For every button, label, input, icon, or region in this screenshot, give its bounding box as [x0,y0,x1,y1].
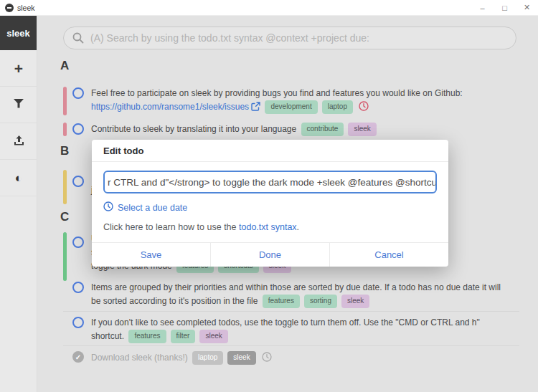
plus-icon: + [14,61,23,76]
search-icon [72,32,84,44]
todo-text: Feel free to participate on sleek by pro… [91,87,509,115]
todo-checkbox[interactable] [72,317,84,328]
tag-badge[interactable]: sleek [227,351,255,365]
todo-text: Contribute to sleek by translating it in… [91,123,509,136]
external-link-icon[interactable] [251,103,260,113]
edit-todo-modal: Edit todo r CTRL and d"</strong> to togg… [92,140,448,267]
tag-badge[interactable]: sleek [348,123,376,136]
todo-text: If you don't like to see completed todos… [91,316,509,343]
select-due-date-link[interactable]: Select a due date [103,201,187,214]
todo-input-value: r CTRL and d"</strong> to toggle the dar… [108,177,437,188]
priority-stripe-a [63,123,67,136]
close-button[interactable]: ✕ [516,0,538,16]
todo-item[interactable]: Contribute to sleek by translating it in… [63,123,509,136]
tag-badge[interactable]: features [128,330,166,343]
open-file-button[interactable] [0,123,37,160]
filter-button[interactable] [0,87,37,123]
todo-link[interactable]: https://github.com/ransome1/sleek/issues [91,102,249,112]
todo-item[interactable]: Items are grouped by their priorities an… [63,281,509,308]
row-divider [63,345,519,346]
priority-stripe-b [63,170,67,204]
search-bar [63,27,516,49]
titlebar: sleek – □ ✕ [0,0,538,16]
row-divider [63,311,519,312]
modal-footer: Save Done Cancel [92,242,448,267]
priority-group-label-c: C [60,210,69,224]
todo-item-completed[interactable]: ✓ Download sleek (thanks!) laptopsleek [63,351,509,366]
todo-item[interactable]: If you don't like to see completed todos… [63,316,509,343]
select-due-date-label: Select a due date [118,203,187,213]
search-input[interactable] [90,32,507,44]
sidebar-brand: sleek [0,16,37,50]
tag-badge[interactable]: sorting [304,295,337,308]
tag-badge[interactable]: contribute [301,123,344,136]
todo-text: Download sleek (thanks!) laptopsleek [91,351,509,366]
priority-group-label-a: A [60,59,69,73]
modal-title: Edit todo [92,140,448,162]
help-text: Click here to learn how to use the todo.… [103,222,437,232]
todo-input[interactable]: r CTRL and d"</strong> to toggle the dar… [103,171,437,193]
filter-funnel-icon [14,99,24,110]
todo-checkbox[interactable] [72,176,84,187]
add-todo-button[interactable]: + [0,50,37,87]
todo-text: Items are grouped by their priorities an… [91,281,509,308]
priority-stripe-a [63,87,67,115]
window-title: sleek [17,4,35,12]
due-alert-clock-icon [359,103,369,113]
dark-mode-icon: ◐ [15,172,22,184]
todo-checkbox[interactable] [72,236,84,248]
priority-stripe-c [63,232,67,281]
stripe-spacer [63,316,67,343]
stripe-spacer [63,281,67,308]
todo-checkbox[interactable] [72,282,84,293]
minimize-button[interactable]: – [471,0,494,16]
todotxt-syntax-link[interactable]: todo.txt syntax [239,222,297,232]
clock-icon [103,201,113,214]
tag-badge[interactable]: laptop [192,351,223,365]
save-button[interactable]: Save [92,243,210,267]
sidebar: sleek + ◐ [0,16,37,392]
completed-check-icon[interactable]: ✓ [72,351,84,363]
sleek-app-window: sleek – □ ✕ sleek + ◐ [0,0,538,392]
todo-checkbox[interactable] [72,123,84,135]
tag-badge[interactable]: features [263,295,300,308]
tag-badge[interactable]: sleek [199,330,227,343]
due-clock-icon [262,354,272,364]
priority-group-label-b: B [60,144,69,158]
todo-checkbox[interactable] [72,87,84,99]
app-logo-icon [5,4,14,12]
cancel-button[interactable]: Cancel [329,243,448,267]
upload-icon [14,135,24,148]
theme-toggle-button[interactable]: ◐ [0,160,37,196]
tag-badge[interactable]: filter [171,330,196,343]
tag-badge[interactable]: sleek [341,295,369,308]
stripe-spacer [63,351,67,366]
todo-item[interactable]: Feel free to participate on sleek by pro… [63,87,509,115]
maximize-button[interactable]: □ [494,0,516,16]
tag-badge[interactable]: development [265,100,317,114]
tag-badge[interactable]: laptop [322,100,353,114]
done-button[interactable]: Done [210,243,329,267]
